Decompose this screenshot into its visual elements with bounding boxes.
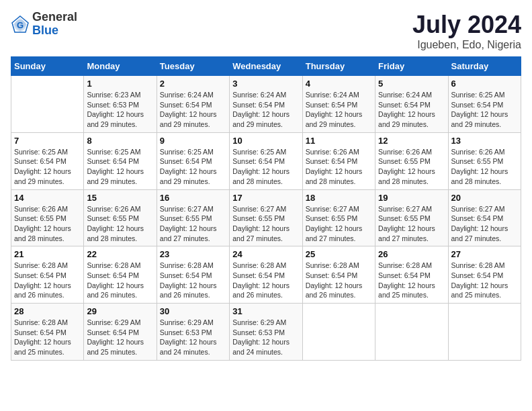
calendar-cell: 5Sunrise: 6:24 AM Sunset: 6:54 PM Daylig… (375, 76, 448, 133)
calendar-cell: 15Sunrise: 6:26 AM Sunset: 6:55 PM Dayli… (84, 189, 157, 246)
calendar-cell: 20Sunrise: 6:27 AM Sunset: 6:54 PM Dayli… (448, 189, 521, 246)
day-number: 4 (306, 79, 372, 89)
calendar-cell (302, 304, 375, 361)
day-number: 13 (451, 136, 518, 146)
day-number: 19 (378, 193, 445, 203)
day-number: 31 (232, 306, 299, 316)
day-number: 8 (87, 136, 153, 146)
day-details: Sunrise: 6:28 AM Sunset: 6:54 PM Dayligh… (14, 261, 81, 300)
header-cell-saturday: Saturday (448, 57, 521, 76)
calendar-cell (11, 76, 84, 133)
day-details: Sunrise: 6:27 AM Sunset: 6:55 PM Dayligh… (378, 204, 445, 244)
day-number: 12 (378, 136, 445, 146)
day-details: Sunrise: 6:24 AM Sunset: 6:54 PM Dayligh… (160, 90, 226, 130)
day-details: Sunrise: 6:26 AM Sunset: 6:55 PM Dayligh… (378, 147, 445, 187)
day-details: Sunrise: 6:27 AM Sunset: 6:54 PM Dayligh… (451, 204, 518, 244)
day-number: 6 (451, 79, 518, 89)
day-number: 7 (14, 136, 81, 146)
header-cell-friday: Friday (375, 57, 448, 76)
logo-general: General (32, 10, 77, 24)
day-details: Sunrise: 6:26 AM Sunset: 6:55 PM Dayligh… (451, 147, 518, 187)
day-number: 30 (160, 306, 226, 316)
calendar-cell: 10Sunrise: 6:25 AM Sunset: 6:54 PM Dayli… (230, 132, 302, 189)
day-number: 17 (232, 193, 299, 203)
month-year: July 2024 (412, 11, 521, 39)
calendar-cell: 8Sunrise: 6:25 AM Sunset: 6:54 PM Daylig… (84, 132, 157, 189)
day-number: 28 (14, 306, 81, 316)
calendar-cell: 9Sunrise: 6:25 AM Sunset: 6:54 PM Daylig… (157, 132, 229, 189)
day-number: 11 (306, 136, 372, 146)
day-details: Sunrise: 6:25 AM Sunset: 6:54 PM Dayligh… (232, 147, 299, 187)
day-number: 29 (87, 306, 153, 316)
day-details: Sunrise: 6:27 AM Sunset: 6:55 PM Dayligh… (306, 204, 372, 244)
day-details: Sunrise: 6:24 AM Sunset: 6:54 PM Dayligh… (378, 90, 445, 130)
calendar-cell: 28Sunrise: 6:28 AM Sunset: 6:54 PM Dayli… (11, 304, 84, 361)
day-number: 16 (160, 193, 226, 203)
calendar-cell: 2Sunrise: 6:24 AM Sunset: 6:54 PM Daylig… (157, 76, 229, 133)
day-details: Sunrise: 6:26 AM Sunset: 6:55 PM Dayligh… (87, 204, 153, 244)
calendar-cell: 13Sunrise: 6:26 AM Sunset: 6:55 PM Dayli… (448, 132, 521, 189)
week-row-4: 21Sunrise: 6:28 AM Sunset: 6:54 PM Dayli… (11, 246, 521, 304)
calendar-table: SundayMondayTuesdayWednesdayThursdayFrid… (11, 56, 521, 361)
day-number: 26 (378, 249, 445, 259)
calendar-cell: 3Sunrise: 6:24 AM Sunset: 6:54 PM Daylig… (230, 76, 302, 133)
logo: G General Blue (11, 11, 77, 38)
title-block: July 2024 Igueben, Edo, Nigeria (412, 11, 521, 51)
calendar-cell: 12Sunrise: 6:26 AM Sunset: 6:55 PM Dayli… (375, 132, 448, 189)
calendar-cell: 26Sunrise: 6:28 AM Sunset: 6:54 PM Dayli… (375, 246, 448, 304)
day-number: 1 (87, 79, 153, 89)
week-row-2: 7Sunrise: 6:25 AM Sunset: 6:54 PM Daylig… (11, 132, 521, 189)
calendar-cell: 19Sunrise: 6:27 AM Sunset: 6:55 PM Dayli… (375, 189, 448, 246)
logo-text: General Blue (32, 11, 77, 38)
day-number: 18 (306, 193, 372, 203)
calendar-cell: 11Sunrise: 6:26 AM Sunset: 6:54 PM Dayli… (302, 132, 375, 189)
header-cell-thursday: Thursday (302, 57, 375, 76)
calendar-cell (448, 304, 521, 361)
week-row-3: 14Sunrise: 6:26 AM Sunset: 6:55 PM Dayli… (11, 189, 521, 246)
day-number: 10 (232, 136, 299, 146)
day-details: Sunrise: 6:24 AM Sunset: 6:54 PM Dayligh… (306, 90, 372, 130)
day-details: Sunrise: 6:28 AM Sunset: 6:54 PM Dayligh… (451, 261, 518, 300)
calendar-cell: 18Sunrise: 6:27 AM Sunset: 6:55 PM Dayli… (302, 189, 375, 246)
day-number: 27 (451, 249, 518, 259)
day-details: Sunrise: 6:26 AM Sunset: 6:54 PM Dayligh… (306, 147, 372, 187)
calendar-cell: 27Sunrise: 6:28 AM Sunset: 6:54 PM Dayli… (448, 246, 521, 304)
calendar-cell: 24Sunrise: 6:28 AM Sunset: 6:54 PM Dayli… (230, 246, 302, 304)
day-details: Sunrise: 6:29 AM Sunset: 6:53 PM Dayligh… (232, 318, 299, 357)
day-details: Sunrise: 6:25 AM Sunset: 6:54 PM Dayligh… (14, 147, 81, 187)
day-details: Sunrise: 6:27 AM Sunset: 6:55 PM Dayligh… (160, 204, 226, 244)
day-details: Sunrise: 6:24 AM Sunset: 6:54 PM Dayligh… (232, 90, 299, 130)
calendar-cell: 23Sunrise: 6:28 AM Sunset: 6:54 PM Dayli… (157, 246, 229, 304)
day-number: 5 (378, 79, 445, 89)
day-number: 14 (14, 193, 81, 203)
day-details: Sunrise: 6:28 AM Sunset: 6:54 PM Dayligh… (232, 261, 299, 300)
day-details: Sunrise: 6:25 AM Sunset: 6:54 PM Dayligh… (451, 90, 518, 130)
calendar-cell (375, 304, 448, 361)
calendar-cell: 25Sunrise: 6:28 AM Sunset: 6:54 PM Dayli… (302, 246, 375, 304)
svg-text:G: G (17, 20, 24, 30)
day-details: Sunrise: 6:28 AM Sunset: 6:54 PM Dayligh… (14, 318, 81, 357)
week-row-5: 28Sunrise: 6:28 AM Sunset: 6:54 PM Dayli… (11, 304, 521, 361)
day-number: 2 (160, 79, 226, 89)
day-number: 24 (232, 249, 299, 259)
calendar-cell: 14Sunrise: 6:26 AM Sunset: 6:55 PM Dayli… (11, 189, 84, 246)
day-number: 9 (160, 136, 226, 146)
day-details: Sunrise: 6:29 AM Sunset: 6:53 PM Dayligh… (160, 318, 226, 357)
day-details: Sunrise: 6:29 AM Sunset: 6:54 PM Dayligh… (87, 318, 153, 357)
day-details: Sunrise: 6:28 AM Sunset: 6:54 PM Dayligh… (87, 261, 153, 300)
header-cell-sunday: Sunday (11, 57, 84, 76)
calendar-cell: 22Sunrise: 6:28 AM Sunset: 6:54 PM Dayli… (84, 246, 157, 304)
header: G General Blue July 2024 Igueben, Edo, N… (11, 11, 521, 51)
week-row-1: 1Sunrise: 6:23 AM Sunset: 6:53 PM Daylig… (11, 76, 521, 133)
day-details: Sunrise: 6:25 AM Sunset: 6:54 PM Dayligh… (87, 147, 153, 187)
logo-blue: Blue (32, 24, 58, 37)
day-details: Sunrise: 6:28 AM Sunset: 6:54 PM Dayligh… (160, 261, 226, 300)
day-number: 20 (451, 193, 518, 203)
header-cell-tuesday: Tuesday (157, 57, 229, 76)
calendar-cell: 21Sunrise: 6:28 AM Sunset: 6:54 PM Dayli… (11, 246, 84, 304)
day-number: 15 (87, 193, 153, 203)
calendar-cell: 29Sunrise: 6:29 AM Sunset: 6:54 PM Dayli… (84, 304, 157, 361)
calendar-cell: 7Sunrise: 6:25 AM Sunset: 6:54 PM Daylig… (11, 132, 84, 189)
logo-icon: G (11, 15, 30, 34)
day-details: Sunrise: 6:25 AM Sunset: 6:54 PM Dayligh… (160, 147, 226, 187)
